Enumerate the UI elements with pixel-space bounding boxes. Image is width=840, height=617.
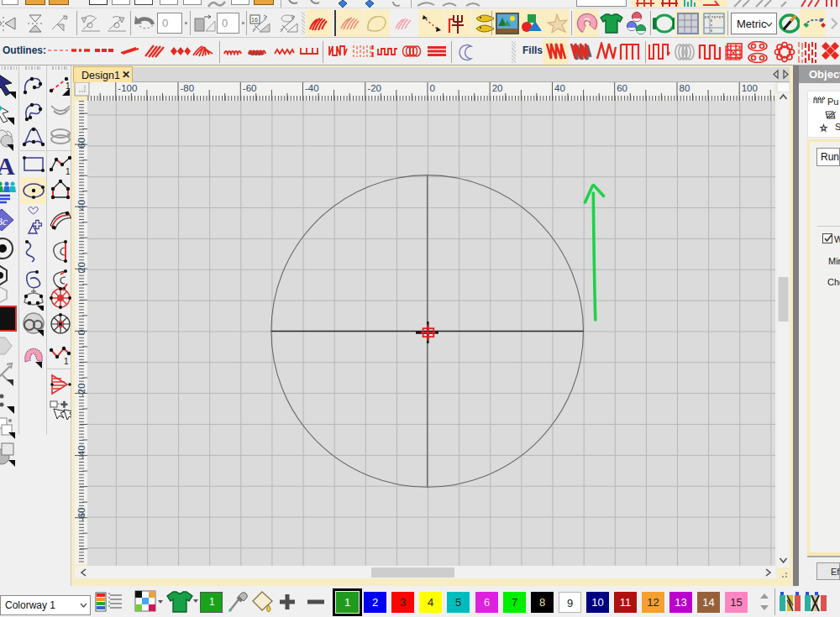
svg-text:-60: -60	[76, 508, 87, 522]
svg-text:S: S	[835, 122, 840, 132]
svg-text:16: 16	[251, 17, 258, 23]
svg-text:1: 1	[66, 81, 71, 91]
svg-text:40: 40	[76, 200, 87, 211]
svg-text:A: A	[0, 153, 15, 179]
svg-text:-60: -60	[243, 83, 257, 93]
svg-text:60: 60	[617, 83, 627, 93]
svg-text:-100: -100	[118, 83, 137, 93]
svg-text:60: 60	[76, 138, 87, 149]
svg-text:1: 1	[66, 167, 71, 176]
svg-text:100: 100	[742, 83, 758, 93]
svg-text:-20: -20	[76, 383, 87, 397]
svg-text:0: 0	[430, 83, 435, 93]
svg-text:-20: -20	[367, 83, 381, 93]
svg-text:0: 0	[76, 329, 87, 334]
svg-text:20: 20	[492, 83, 503, 93]
svg-text:-40: -40	[305, 83, 319, 93]
svg-text:-80: -80	[181, 83, 195, 93]
svg-text:20: 20	[76, 262, 87, 273]
svg-text:80: 80	[680, 83, 690, 93]
svg-text:Bc: Bc	[0, 215, 8, 227]
svg-text:-40: -40	[76, 445, 87, 459]
svg-text:Pu: Pu	[827, 97, 838, 107]
svg-text:40: 40	[554, 83, 565, 93]
svg-text:1: 1	[64, 357, 69, 366]
